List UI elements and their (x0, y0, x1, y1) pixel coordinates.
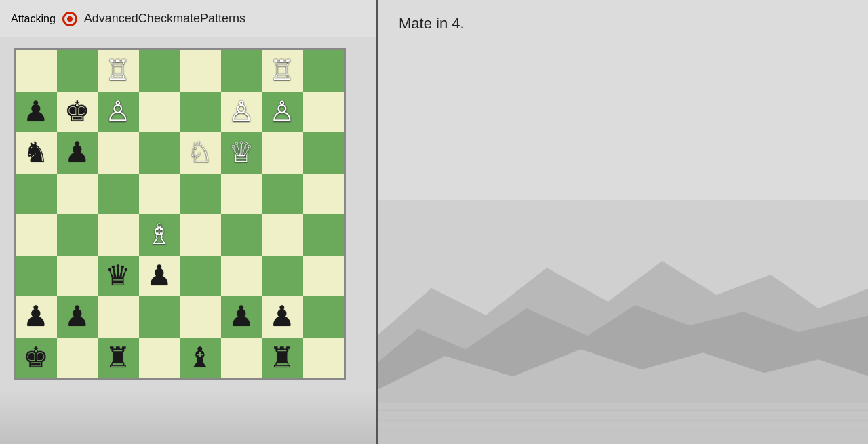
cell-5-3[interactable]: ♟ (139, 256, 180, 297)
cell-0-4[interactable] (180, 50, 221, 92)
chess-board: ♖♖♟♚♙♙♙♞♟♘♕♗♛♟♟♟♟♟♚♜♝♜ (14, 48, 346, 380)
cell-0-1[interactable] (57, 50, 98, 92)
piece-white-R-0-2: ♖ (105, 56, 131, 85)
cell-6-2[interactable] (98, 296, 139, 338)
cell-4-6[interactable] (262, 214, 303, 256)
cell-3-7[interactable] (303, 174, 344, 215)
cell-3-0[interactable] (16, 174, 57, 215)
cell-2-2[interactable] (98, 132, 139, 174)
piece-white-P-1-6: ♙ (269, 98, 295, 126)
cell-6-0[interactable]: ♟ (16, 296, 57, 338)
mate-text: Mate in 4. (399, 15, 465, 33)
piece-black-P-1-0: ♟ (23, 98, 49, 126)
cell-3-6[interactable] (262, 174, 303, 215)
piece-black-N-2-0: ♞ (23, 138, 49, 167)
cell-4-3[interactable]: ♗ (139, 214, 180, 256)
svg-rect-4 (378, 403, 868, 444)
piece-black-R-7-6: ♜ (269, 344, 295, 372)
mountain-background (378, 200, 868, 444)
cell-1-0[interactable]: ♟ (16, 92, 57, 133)
attacking-label: Attacking (11, 13, 56, 25)
cell-7-3[interactable] (139, 338, 180, 379)
cell-0-7[interactable] (303, 50, 344, 92)
cell-1-6[interactable]: ♙ (262, 92, 303, 133)
cell-2-6[interactable] (262, 132, 303, 174)
cell-1-1[interactable]: ♚ (57, 92, 98, 133)
header: Attacking AdvancedCheckmatePatterns (0, 0, 376, 37)
piece-white-P-1-5: ♙ (229, 98, 254, 126)
cell-7-0[interactable]: ♚ (16, 338, 57, 379)
cell-2-5[interactable]: ♕ (221, 132, 262, 174)
cell-7-5[interactable] (221, 338, 262, 379)
header-title: AdvancedCheckmatePatterns (84, 12, 245, 26)
cell-5-5[interactable] (221, 256, 262, 297)
left-panel: Attacking AdvancedCheckmatePatterns ♖♖♟♚… (0, 0, 376, 444)
cell-2-1[interactable]: ♟ (57, 132, 98, 174)
cell-5-0[interactable] (16, 256, 57, 297)
piece-black-P-6-6: ♟ (269, 302, 295, 331)
cell-7-6[interactable]: ♜ (262, 338, 303, 379)
piece-black-K-7-0: ♚ (23, 344, 49, 372)
piece-black-R-7-2: ♜ (105, 344, 131, 372)
cell-7-1[interactable] (57, 338, 98, 379)
right-panel: Mate in 4. (378, 0, 868, 444)
cell-1-5[interactable]: ♙ (221, 92, 262, 133)
cell-4-2[interactable] (98, 214, 139, 256)
cell-3-5[interactable] (221, 174, 262, 215)
cell-6-6[interactable]: ♟ (262, 296, 303, 338)
cell-4-4[interactable] (180, 214, 221, 256)
cell-4-5[interactable] (221, 214, 262, 256)
cell-5-6[interactable] (262, 256, 303, 297)
board-container: ♖♖♟♚♙♙♙♞♟♘♕♗♛♟♟♟♟♟♚♜♝♜ (0, 37, 376, 391)
piece-white-N-2-4: ♘ (187, 138, 213, 167)
piece-white-B-4-3: ♗ (146, 220, 172, 249)
piece-black-P-5-3: ♟ (146, 262, 172, 290)
piece-black-K-1-1: ♚ (64, 98, 90, 126)
cell-3-4[interactable] (180, 174, 221, 215)
cell-6-1[interactable]: ♟ (57, 296, 98, 338)
cell-4-0[interactable] (16, 214, 57, 256)
cell-1-2[interactable]: ♙ (98, 92, 139, 133)
cell-3-3[interactable] (139, 174, 180, 215)
cell-5-1[interactable] (57, 256, 98, 297)
cell-0-3[interactable] (139, 50, 180, 92)
cell-5-2[interactable]: ♛ (98, 256, 139, 297)
piece-white-P-1-2: ♙ (105, 98, 131, 126)
cell-0-5[interactable] (221, 50, 262, 92)
cell-6-7[interactable] (303, 296, 344, 338)
piece-black-Q-5-2: ♛ (105, 262, 131, 290)
piece-white-Q-2-5: ♕ (229, 138, 254, 167)
cell-6-3[interactable] (139, 296, 180, 338)
cell-0-2[interactable]: ♖ (98, 50, 139, 92)
cell-7-4[interactable]: ♝ (180, 338, 221, 379)
cell-3-2[interactable] (98, 174, 139, 215)
cell-0-0[interactable] (16, 50, 57, 92)
piece-black-P-6-0: ♟ (23, 302, 49, 331)
cell-1-4[interactable] (180, 92, 221, 133)
cell-1-3[interactable] (139, 92, 180, 133)
piece-black-P-6-5: ♟ (229, 302, 254, 331)
cell-5-4[interactable] (180, 256, 221, 297)
cell-2-0[interactable]: ♞ (16, 132, 57, 174)
cell-7-2[interactable]: ♜ (98, 338, 139, 379)
cell-6-5[interactable]: ♟ (221, 296, 262, 338)
record-icon (62, 12, 77, 26)
cell-0-6[interactable]: ♖ (262, 50, 303, 92)
cell-1-7[interactable] (303, 92, 344, 133)
cell-3-1[interactable] (57, 174, 98, 215)
cell-2-4[interactable]: ♘ (180, 132, 221, 174)
piece-black-B-7-4: ♝ (187, 344, 213, 372)
piece-white-R-0-6: ♖ (269, 56, 295, 85)
cell-4-1[interactable] (57, 214, 98, 256)
cell-2-7[interactable] (303, 132, 344, 174)
cell-4-7[interactable] (303, 214, 344, 256)
cell-5-7[interactable] (303, 256, 344, 297)
cell-2-3[interactable] (139, 132, 180, 174)
cell-7-7[interactable] (303, 338, 344, 379)
piece-black-P-6-1: ♟ (64, 302, 90, 331)
piece-black-P-2-1: ♟ (64, 138, 90, 167)
cell-6-4[interactable] (180, 296, 221, 338)
